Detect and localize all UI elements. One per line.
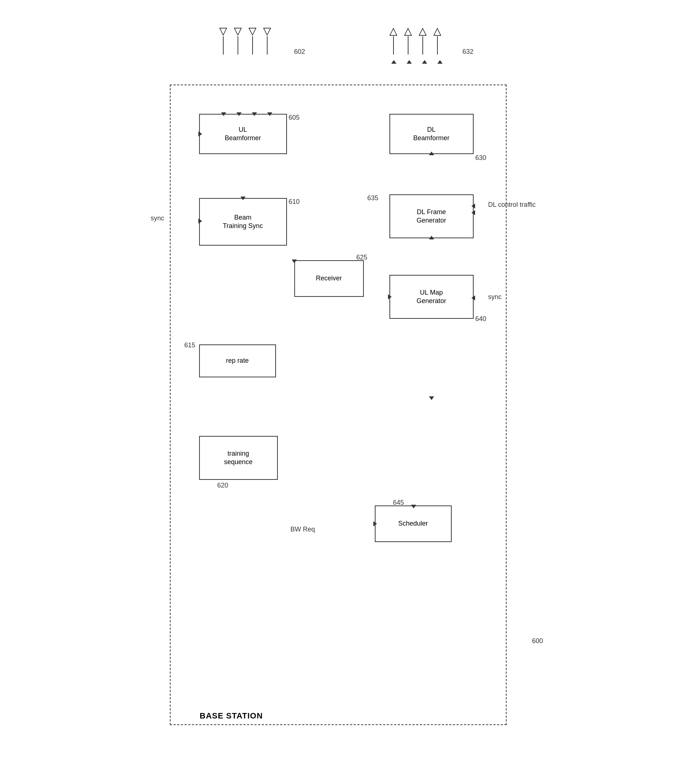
bts-to-recv-h <box>148 555 155 556</box>
ref-635: 635 <box>367 194 379 202</box>
ul-ant-arrow-3 <box>252 112 257 116</box>
rep-rate-block: rep rate <box>199 344 276 377</box>
dl-frame-generator-block: DL Frame Generator <box>389 194 474 238</box>
ul-bf-to-bts <box>148 436 148 480</box>
bts-feedback-arrow <box>198 132 202 137</box>
sync-ul-arrow <box>471 295 475 300</box>
dl-ant-line-3 <box>148 333 148 385</box>
antenna-1: ▽ <box>219 26 227 54</box>
ul-ant-arrow-4 <box>267 112 272 116</box>
training-sequence-block: training sequence <box>199 436 278 480</box>
scheduler-block: Scheduler <box>375 506 452 542</box>
antenna-2: ▽ <box>234 26 242 54</box>
bts-feedback-v <box>148 480 148 553</box>
sync-arrow <box>198 219 202 224</box>
ul-map-generator-block: UL Map Generator <box>389 275 474 319</box>
dl-antenna-group: △ △ △ △ <box>389 26 441 54</box>
ulmapgen-to-sched-arrow <box>429 396 434 400</box>
dl-ant-line-4 <box>148 385 148 436</box>
dl-control-arrow2 <box>471 210 475 215</box>
ref-620: 620 <box>217 482 229 489</box>
ref-630: 630 <box>476 154 486 162</box>
ul-ant-line-1 <box>148 26 148 77</box>
dl-antenna-4: △ <box>433 26 441 54</box>
antenna-3: ▽ <box>249 26 257 54</box>
ul-ant-arrow-2 <box>237 112 242 116</box>
bw-req-label: BW Req <box>291 525 315 533</box>
dl-ant-arrow-4 <box>437 60 443 64</box>
ref-600: 600 <box>532 637 543 645</box>
base-station-label: BASE STATION <box>200 711 263 721</box>
receiver-block: Receiver <box>294 260 364 297</box>
ref-645: 645 <box>393 499 404 507</box>
ref-640: 640 <box>476 315 486 323</box>
ulmapgen-up-v <box>148 757 148 784</box>
recv-to-ulmapgen-h <box>148 756 173 757</box>
dl-antenna-1: △ <box>389 26 397 54</box>
ul-beamformer-block: UL Beamformer <box>199 114 287 154</box>
ul-ant-line-3 <box>148 128 148 180</box>
reprate-v <box>148 596 148 660</box>
ref-625: 625 <box>357 254 367 261</box>
recv-to-ulmapgen-arrow <box>388 294 392 300</box>
trainseq-v <box>148 660 148 756</box>
dl-beamformer-block: DL Beamformer <box>389 114 474 154</box>
bts-to-recv-arrow <box>292 260 297 263</box>
dl-control-label: DL control traffic <box>488 201 536 209</box>
dlframegen-up-arrow <box>429 152 434 155</box>
dl-antenna-2: △ <box>404 26 412 54</box>
ulmapgen-up-arrow <box>429 236 434 239</box>
ul-ant-ref: 602 <box>294 48 305 56</box>
beam-training-sync-block: Beam Training Sync <box>199 198 287 245</box>
ref-610: 610 <box>289 198 300 206</box>
ul-ant-line-4 <box>148 180 148 231</box>
ref-615: 615 <box>184 341 196 349</box>
diagram-container: ▽ ▽ ▽ ▽ 602 △ △ △ △ <box>148 26 550 758</box>
dl-antenna-3: △ <box>419 26 427 54</box>
dl-control-arrow1 <box>471 204 475 209</box>
ul-ant-line-2 <box>148 77 148 128</box>
dl-ant-line-1 <box>148 231 148 282</box>
base-station-box: BASE STATION <box>170 84 507 725</box>
antenna-4: ▽ <box>263 26 271 54</box>
ul-antenna-group: ▽ ▽ ▽ ▽ <box>219 26 271 54</box>
dl-ant-arrow-2 <box>407 60 412 64</box>
dl-ant-arrow-1 <box>391 60 397 64</box>
sched-arrow <box>411 505 416 508</box>
dl-ant-arrow-3 <box>422 60 427 64</box>
sync-ul-map-label: sync <box>488 293 502 301</box>
ul-ant-arrow-1 <box>221 112 226 116</box>
ref-605: 605 <box>289 114 300 122</box>
dl-ant-ref: 632 <box>463 48 474 56</box>
bts-to-recv-v <box>148 556 148 595</box>
sync-label: sync <box>151 214 165 222</box>
ul-bf-to-bts-arrow <box>240 196 245 200</box>
bw-req-arrow <box>373 521 377 526</box>
dl-ant-line-2 <box>148 282 148 333</box>
